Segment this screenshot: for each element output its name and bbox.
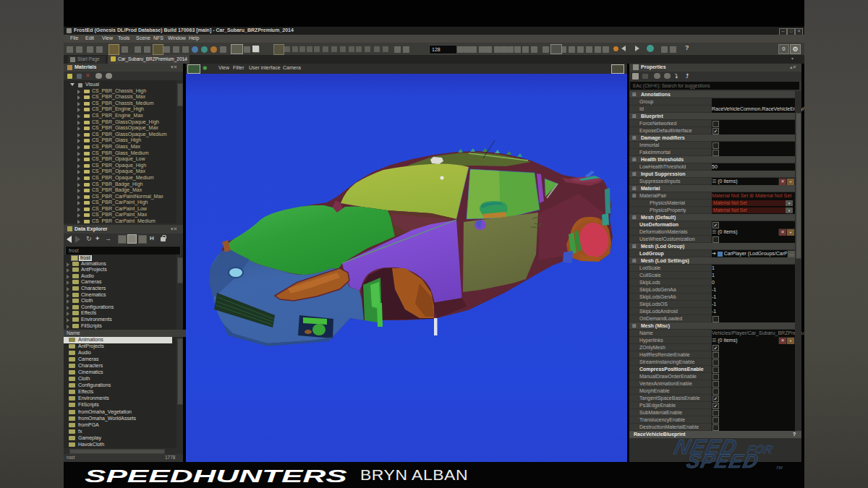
svg-text:SPEED: SPEED — [684, 450, 762, 472]
svg-text:TM: TM — [775, 465, 783, 470]
